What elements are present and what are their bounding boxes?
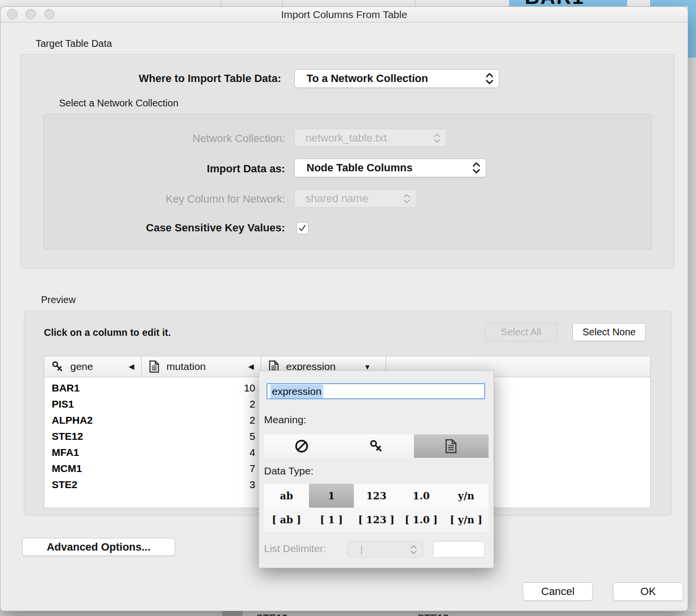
column-name-value: expression <box>270 385 323 398</box>
background-node-label: STE12 <box>417 612 449 616</box>
mutation-cell: 7 <box>142 460 255 476</box>
chevron-up-down-icon <box>467 162 486 174</box>
gene-cell: PIS1 <box>52 396 74 412</box>
mutation-cell: 5 <box>142 428 255 444</box>
background-tab-divider <box>415 0 415 6</box>
mutation-cell: 2 <box>142 396 255 412</box>
data-type-long-list-button[interactable]: [ 123 ] <box>354 508 399 532</box>
custom-delimiter-input[interactable] <box>433 541 485 557</box>
collapsed-arrow-icon: ◀ <box>128 362 134 371</box>
background-network-node-edge <box>688 0 696 58</box>
mutation-cell: 2 <box>142 412 255 428</box>
preview-label: Preview <box>41 294 76 306</box>
case-sensitive-label: Case Sensitive Key Values: <box>74 222 285 234</box>
background-node-label: BAR1 <box>525 0 584 6</box>
data-type-integer-button[interactable]: 1 <box>309 484 354 508</box>
key-icon <box>51 360 64 373</box>
document-icon <box>148 360 160 373</box>
data-type-string-list-button[interactable]: [ ab ] <box>264 508 309 532</box>
select-all-button[interactable]: Select All <box>485 323 557 341</box>
checkmark-icon <box>298 224 307 233</box>
mutation-cell: 10 <box>142 380 255 396</box>
target-table-data-label: Target Table Data <box>36 38 112 49</box>
network-collection-select: network_table.txt <box>294 129 447 147</box>
document-icon <box>444 439 458 453</box>
background-node-gap <box>627 0 650 6</box>
mutation-cell: 3 <box>142 476 255 493</box>
import-data-as-select[interactable]: Node Table Columns <box>294 159 486 177</box>
key-column-label: Key Column for Network: <box>74 193 285 205</box>
data-type-label: Data Type: <box>264 465 313 477</box>
dialog-titlebar[interactable]: Import Columns From Table <box>0 7 688 22</box>
chevron-up-down-icon <box>480 72 499 85</box>
key-column-select: shared name <box>294 189 416 207</box>
background-fragment <box>222 611 243 616</box>
meaning-segmented-control <box>264 434 489 458</box>
case-sensitive-checkbox[interactable] <box>296 222 308 234</box>
import-data-as-value: Node Table Columns <box>295 162 467 174</box>
network-collection-label: Network Collection: <box>74 132 285 145</box>
data-type-boolean-list-button[interactable]: [ y/n ] <box>444 508 489 532</box>
gene-cell: MCM1 <box>52 460 82 476</box>
column-name-input[interactable]: expression <box>266 383 485 399</box>
gene-cell: STE12 <box>52 428 83 444</box>
column-editor-popup: expression Meaning: Data Type: ab <box>259 370 494 568</box>
gene-cell: ALPHA2 <box>52 412 93 428</box>
network-collection-value: network_table.txt <box>295 132 428 144</box>
column-name: mutation <box>166 361 206 372</box>
key-column-value: shared name <box>295 192 397 205</box>
gene-cell: STE2 <box>52 476 78 493</box>
background-right-strip <box>688 0 696 616</box>
column-name: gene <box>70 361 93 372</box>
preview-hint: Click on a column to edit it. <box>44 327 171 338</box>
gene-cell: MFA1 <box>52 444 79 460</box>
dialog-title: Import Columns From Table <box>0 7 688 22</box>
column-header-gene[interactable]: gene ◀ <box>44 356 142 377</box>
chevron-up-down-icon <box>397 193 416 205</box>
meaning-attribute-button[interactable] <box>414 434 489 458</box>
not-imported-icon <box>294 438 309 454</box>
collapsed-arrow-icon: ◀ <box>248 362 254 371</box>
data-type-long-button[interactable]: 123 <box>354 484 399 508</box>
data-type-grid: ab 1 123 1.0 y/n [ ab ] [ 1 ] [ 123 ] [ … <box>264 484 489 532</box>
advanced-options-button[interactable]: Advanced Options... <box>22 538 175 556</box>
expanded-arrow-icon: ▼ <box>364 363 371 371</box>
background-node-label: STE12 <box>256 612 287 616</box>
background-tab-divider <box>221 0 221 6</box>
ok-button[interactable]: OK <box>613 582 683 601</box>
chevron-up-down-icon <box>404 544 423 555</box>
chevron-up-down-icon <box>428 132 446 144</box>
background-tab-divider <box>282 0 283 6</box>
where-to-import-select[interactable]: To a Network Collection <box>294 69 499 88</box>
data-type-double-button[interactable]: 1.0 <box>399 484 444 508</box>
column-header-mutation[interactable]: mutation ◀ <box>142 356 261 377</box>
background-network-node: BAR1 <box>509 0 696 6</box>
where-to-import-label: Where to Import Table Data: <box>49 72 281 85</box>
list-delimiter-value: | <box>348 544 404 555</box>
list-delimiter-label: List Delimiter: <box>264 543 326 554</box>
import-data-as-label: Import Data as: <box>74 163 285 175</box>
data-type-double-list-button[interactable]: [ 1.0 ] <box>399 508 444 532</box>
data-type-integer-list-button[interactable]: [ 1 ] <box>309 508 354 532</box>
meaning-not-imported-button[interactable] <box>264 434 339 458</box>
meaning-key-button[interactable] <box>339 434 413 458</box>
background-window-bottom-strip: STE12 STE12 <box>0 611 696 616</box>
data-type-boolean-button[interactable]: y/n <box>444 484 489 508</box>
cancel-button[interactable]: Cancel <box>523 582 593 601</box>
gene-cell: BAR1 <box>52 380 80 396</box>
mutation-cell: 4 <box>142 444 255 460</box>
select-none-button[interactable]: Select None <box>573 323 646 341</box>
meaning-label: Meaning: <box>264 414 306 426</box>
where-to-import-value: To a Network Collection <box>295 72 480 85</box>
list-delimiter-select: | <box>347 541 423 557</box>
key-icon <box>369 439 384 453</box>
select-network-collection-label: Select a Network Collection <box>59 98 179 109</box>
data-type-string-button[interactable]: ab <box>264 484 309 508</box>
